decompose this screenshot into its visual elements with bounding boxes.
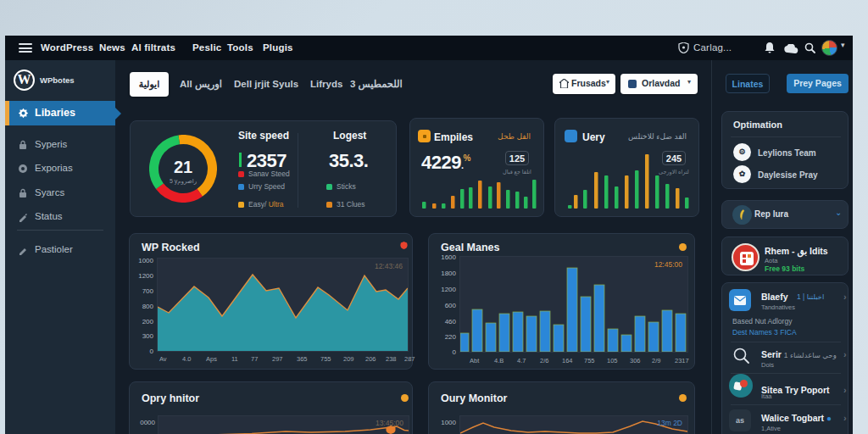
svg-text:5 yراصروم: 5 yراصروم — [170, 178, 197, 185]
svg-text:21: 21 — [174, 158, 192, 176]
